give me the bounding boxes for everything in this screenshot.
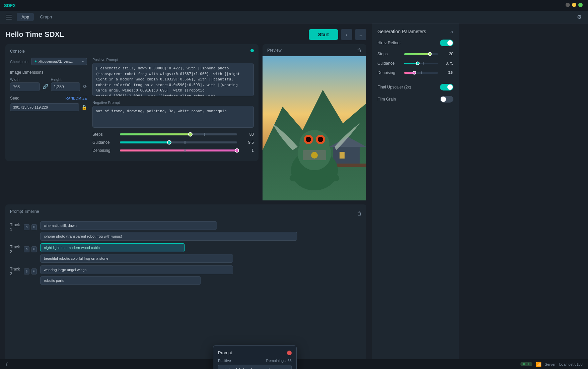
negative-prompt-input[interactable]: out of frame, drawing, painting, 3d, whi… <box>92 106 254 128</box>
preview-trash-icon[interactable]: 🗑 <box>357 48 362 53</box>
bottom-right: 0.11 📶 Server localhost:8188 <box>520 362 583 367</box>
param-guidance-track[interactable] <box>404 63 438 64</box>
track-1-clip-1[interactable]: cinematic still, dawn <box>40 221 217 230</box>
expand-icon[interactable]: ⌄ <box>355 29 366 40</box>
width-input[interactable] <box>10 82 40 91</box>
page-title: Hello Time SDXL <box>5 30 64 39</box>
final-upscaler-toggle[interactable] <box>440 84 453 90</box>
param-denoising-track[interactable] <box>404 72 438 74</box>
upper-section: Console Checkpoint ✦ xl\juggernautXL_ver… <box>5 44 366 200</box>
denoising-slider-label: Denoising <box>92 148 116 153</box>
track-row-3: Track 3 S M wearing large angel wings ro… <box>10 265 362 285</box>
main-layout: Hello Time SDXL Start › ⌄ Console <box>0 23 588 369</box>
preview-section: Preview 🗑 <box>263 44 366 200</box>
track-3-m-button[interactable]: M <box>31 268 37 274</box>
menu-button[interactable] <box>4 12 13 22</box>
lock-icon[interactable]: 🔒 <box>81 105 87 110</box>
param-denoising-marker <box>421 71 422 74</box>
hirez-refiner-toggle[interactable] <box>440 40 453 46</box>
param-steps-label: Steps <box>377 52 401 56</box>
chevron-icon[interactable]: ›› <box>450 29 453 34</box>
prompt-timeline-section: Prompt Timeline 🗑 Track 1 S M cinematic … <box>5 204 366 369</box>
param-steps-thumb[interactable] <box>428 52 432 56</box>
image-dim-label: Image Dimensions <box>10 70 87 75</box>
steps-slider-label: Steps <box>92 132 116 137</box>
tl-green[interactable] <box>578 3 583 7</box>
popup-close-button[interactable] <box>287 351 292 355</box>
denoising-slider-track[interactable] <box>120 149 237 151</box>
image-dimensions-section: Image Dimensions Width 🔗 Height <box>10 70 87 91</box>
tab-graph[interactable]: Graph <box>35 13 57 21</box>
track-2-m-button[interactable]: M <box>31 246 37 252</box>
settings-icon[interactable]: ⚙ <box>575 12 584 22</box>
url-label: localhost:8188 <box>559 362 583 366</box>
track-1-s-button[interactable]: S <box>24 224 29 230</box>
popup-textarea[interactable]: night light in a modern wood cabin <box>218 365 292 369</box>
steps-slider-row: Steps 80 <box>92 132 254 137</box>
denoising-slider-value: 1 <box>241 148 254 153</box>
height-input[interactable] <box>51 82 81 91</box>
param-denoising-value: 0.5 <box>441 70 453 75</box>
start-button[interactable]: Start <box>309 29 338 40</box>
guidance-slider-thumb[interactable] <box>167 140 171 145</box>
track-3-s-button[interactable]: S <box>24 268 29 274</box>
track-1-name: Track 1 <box>10 223 22 232</box>
refresh-icon[interactable]: ⟳ <box>83 84 87 89</box>
denoising-slider-fill <box>120 149 237 151</box>
param-denoising-thumb[interactable] <box>413 71 416 75</box>
svg-point-14 <box>311 152 318 159</box>
guidance-slider-marker <box>185 141 186 144</box>
prompt-popup: Prompt Positive Remainings: 66 night lig… <box>213 345 297 369</box>
denoising-slider-thumb[interactable] <box>235 148 239 153</box>
tl-gray[interactable] <box>566 3 570 7</box>
seed-input[interactable] <box>10 103 79 111</box>
final-upscaler-label: Final Upscaler (2x) <box>377 85 411 89</box>
steps-slider-thumb[interactable] <box>188 132 193 137</box>
title-actions: Start › ⌄ <box>309 29 366 40</box>
denoising-slider-row: Denoising 1 <box>92 148 254 153</box>
timeline-trash-icon[interactable]: 🗑 <box>357 211 362 216</box>
positive-prompt-label: Positive Prompt <box>92 58 254 62</box>
tl-yellow[interactable] <box>572 3 576 7</box>
height-field: Height <box>51 77 81 91</box>
timeline-label: Prompt Timeline <box>10 209 39 214</box>
checkpoint-select[interactable]: ✦ xl\juggernautXL_vers... ▾ <box>31 58 87 65</box>
track-1-m-button[interactable]: M <box>31 224 37 230</box>
guidance-slider-track[interactable] <box>120 141 237 143</box>
param-steps-row: Steps 20 <box>377 52 453 56</box>
tab-app[interactable]: App <box>17 13 34 21</box>
track-label-col-1: Track 1 S M <box>10 221 37 232</box>
steps-slider-track[interactable] <box>120 133 237 135</box>
console-label: Console <box>10 49 254 54</box>
popup-positive-row: Positive Remainings: 66 <box>218 359 292 363</box>
server-label: Server <box>545 362 556 366</box>
randomize-button[interactable]: RANDOMIZE <box>66 97 87 100</box>
param-guidance-thumb[interactable] <box>416 62 420 65</box>
positive-prompt-input[interactable]: [[cinematic still, dawn:0.00000]:0.422],… <box>92 63 254 96</box>
track-3-clip-2[interactable]: robotic parts <box>40 276 201 285</box>
negative-prompt-section: Negative Prompt out of frame, drawing, p… <box>92 101 254 129</box>
track-2-name: Track 2 <box>10 245 22 254</box>
track-2-clip-2[interactable]: beautiful robotic colorful frog on a sto… <box>40 254 233 263</box>
width-field: Width <box>10 77 40 91</box>
moon-icon[interactable]: ☾ <box>5 362 10 367</box>
film-grain-toggle[interactable] <box>440 96 453 103</box>
bottom-left: ☾ <box>5 362 10 367</box>
steps-slider-fill <box>120 133 190 135</box>
negative-prompt-label: Negative Prompt <box>92 101 254 105</box>
track-2-s-button[interactable]: S <box>24 246 29 252</box>
final-upscaler-row: Final Upscaler (2x) <box>377 84 453 90</box>
track-2-clip-1[interactable]: night light in a modern wood cabin <box>40 243 185 252</box>
track-2-clips: night light in a modern wood cabin beaut… <box>40 243 362 263</box>
param-steps-value: 20 <box>441 52 453 56</box>
track-1-clip-2[interactable]: iphone photo (transparent robot frog wit… <box>40 232 297 241</box>
final-upscaler-knob <box>447 84 453 90</box>
track-label-col-3: Track 3 S M <box>10 265 37 276</box>
svg-point-12 <box>318 137 323 142</box>
checkpoint-label: Checkpoint <box>10 60 28 64</box>
track-3-clip-1[interactable]: wearing large angel wings <box>40 265 233 274</box>
seed-input-row: 🔒 <box>10 103 87 111</box>
track-3-name: Track 3 <box>10 267 22 276</box>
chevron-right-icon[interactable]: › <box>341 29 352 40</box>
param-steps-track[interactable] <box>404 53 438 55</box>
